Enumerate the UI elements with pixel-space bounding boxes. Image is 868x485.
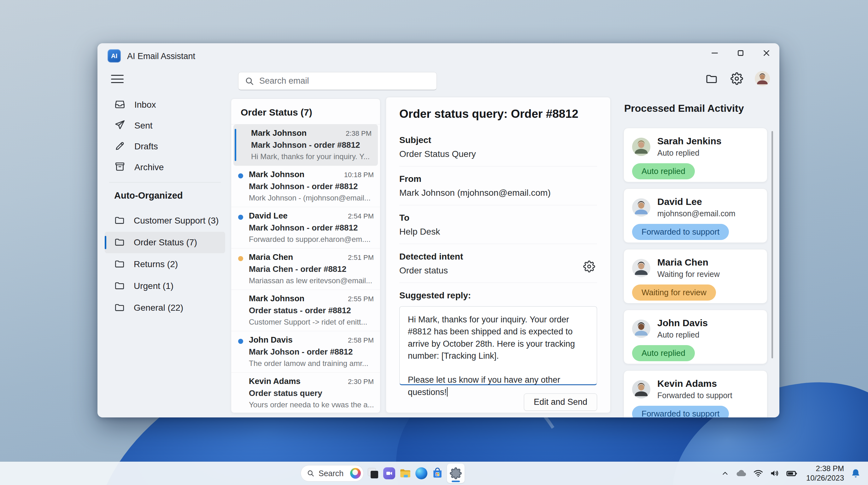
- gear-icon[interactable]: [730, 72, 744, 86]
- chevron-up-icon[interactable]: [721, 469, 729, 478]
- field-detected-intent: Detected intent Order status: [399, 252, 597, 276]
- email-subject: Mark Johson - order #8812: [249, 347, 374, 357]
- pencil-icon: [114, 140, 126, 153]
- taskbar-search-label: Search: [318, 469, 346, 478]
- email-list-item[interactable]: Maria Chen2:51 PM Maria Chen - order #88…: [231, 249, 380, 290]
- email-list-item[interactable]: Mark Johnson2:55 PM Order status - order…: [231, 290, 380, 331]
- email-subject: Mark Johnson - order #8812: [249, 223, 374, 233]
- field-subject: Subject Order Status Query: [399, 135, 597, 159]
- activity-name: David Lee: [657, 196, 736, 207]
- sidebar-folder[interactable]: Customer Support (3): [105, 210, 225, 231]
- activity-card[interactable]: David Lee mjohnson@email.com Forwarded t…: [624, 189, 767, 243]
- activity-heading: Processed Email Activity: [624, 103, 777, 114]
- app-logo-icon: AI: [107, 49, 121, 62]
- email-sender: John Davis: [249, 335, 293, 345]
- folder-label: Urgent (1): [134, 281, 174, 291]
- wifi-icon[interactable]: [753, 468, 763, 478]
- sidebar-item-archive[interactable]: Archive: [105, 157, 225, 178]
- folder-icon: [114, 236, 125, 249]
- email-detail-panel: Order status query: Order #8812 Subject …: [386, 97, 611, 413]
- sidebar-item-drafts[interactable]: Drafts: [105, 136, 225, 157]
- search-icon: [307, 469, 315, 478]
- activity-card[interactable]: Sarah Jenkins Auto replied Auto replied: [624, 128, 767, 182]
- minimize-icon[interactable]: [710, 48, 719, 58]
- titlebar: AI AI Email Assistant: [97, 43, 779, 68]
- sidebar-folder[interactable]: Urgent (1): [105, 275, 225, 297]
- unread-dot: [238, 256, 243, 261]
- battery-icon[interactable]: [786, 468, 797, 479]
- email-sender: Maria Chen: [249, 252, 293, 262]
- clock[interactable]: 2:38 PM 10/26/2023: [806, 464, 844, 483]
- search-input[interactable]: [238, 72, 437, 90]
- copilot-icon[interactable]: [350, 468, 361, 479]
- task-view-icon[interactable]: [367, 467, 380, 480]
- maximize-icon[interactable]: [736, 48, 745, 58]
- activity-card[interactable]: John Davis Auto replied Auto replied: [624, 310, 767, 364]
- email-preview: Yours order needa to ke vwas the a...: [249, 400, 374, 409]
- edge-icon[interactable]: [415, 467, 428, 480]
- suggested-reply-textarea[interactable]: Hi Mark, thanks for your inquiry. Your o…: [399, 306, 597, 385]
- email-list-heading: Order Status (7): [231, 99, 380, 124]
- reply-paragraph: Hi Mark, thanks for your inquiry. Your o…: [408, 315, 575, 361]
- email-time: 2:38 PM: [346, 130, 372, 138]
- taskbar: Search: [0, 462, 868, 485]
- scrollbar[interactable]: [772, 131, 773, 359]
- email-time: 2:58 PM: [348, 336, 374, 344]
- unread-dot: [238, 173, 243, 178]
- sidebar-item-label: Sent: [134, 121, 153, 131]
- sidebar-item-inbox[interactable]: Inbox: [105, 94, 225, 115]
- field-label: From: [399, 174, 597, 184]
- sidebar-folder[interactable]: Returns (2): [105, 254, 225, 275]
- field-label: To: [399, 213, 597, 223]
- text-cursor: [447, 387, 447, 397]
- window-title: AI Email Assistant: [127, 52, 195, 61]
- sidebar-item-sent[interactable]: Sent: [105, 115, 225, 136]
- store-icon[interactable]: [431, 467, 444, 480]
- email-list-item[interactable]: Mark Johnson2:38 PM Mark Johnson - order…: [234, 124, 378, 166]
- email-sender: David Lee: [249, 211, 288, 221]
- sidebar-item-label: Drafts: [134, 141, 158, 151]
- tray-date: 10/26/2023: [806, 473, 844, 483]
- activity-card[interactable]: Kevin Adams Forwarded to support Forward…: [624, 370, 767, 418]
- email-list-item[interactable]: Mark Johnson10:18 PM Mark Johnson - orde…: [231, 166, 380, 207]
- email-list-item[interactable]: David Lee2:54 PM Mark Johnson - order #8…: [231, 207, 380, 249]
- archive-icon: [114, 161, 126, 174]
- folder-icon[interactable]: [704, 72, 719, 86]
- email-time: 2:51 PM: [348, 254, 374, 262]
- cloud-icon[interactable]: [736, 468, 747, 479]
- activity-card[interactable]: Maria Chen Waiting for review Waiting fo…: [624, 249, 767, 304]
- email-subject: Maria Chen - order #8812: [249, 264, 374, 274]
- divider: [399, 283, 597, 283]
- start-icon[interactable]: [284, 467, 298, 480]
- edit-and-send-button[interactable]: Edit and Send: [524, 394, 597, 411]
- notification-bell-icon[interactable]: [850, 468, 861, 479]
- email-time: 2:54 PM: [348, 212, 374, 220]
- chat-icon[interactable]: [382, 467, 396, 480]
- email-preview: Mork Johnson - (mjohnson@email...: [249, 194, 374, 202]
- gear-icon[interactable]: [583, 260, 595, 274]
- folder-icon: [114, 280, 125, 292]
- user-avatar[interactable]: [755, 71, 770, 86]
- email-preview: The order lamow and training amr...: [249, 359, 374, 368]
- hamburger-menu-icon[interactable]: [111, 74, 124, 84]
- volume-icon[interactable]: [770, 468, 780, 478]
- email-time: 2:30 PM: [348, 378, 374, 386]
- avatar: [632, 198, 650, 217]
- email-list-item[interactable]: Kevin Adams2:30 PM Order status query Yo…: [231, 373, 380, 413]
- taskbar-search[interactable]: Search: [301, 465, 364, 482]
- sidebar-folder[interactable]: General (22): [105, 297, 225, 319]
- folder-icon: [114, 302, 125, 314]
- close-icon[interactable]: [762, 48, 771, 58]
- sidebar-folder[interactable]: Order Status (7): [105, 232, 225, 253]
- status-badge: Forwarded to support: [632, 406, 729, 418]
- sidebar-item-label: Inbox: [134, 100, 156, 110]
- divider: [399, 244, 597, 244]
- field-value: Mark Johnson (mjohnson@email.com): [399, 188, 597, 198]
- inbox-icon: [114, 98, 126, 111]
- avatar: [632, 380, 650, 398]
- settings-icon[interactable]: [447, 463, 465, 483]
- email-list-item[interactable]: John Davis2:58 PM Mark Johson - order #8…: [231, 331, 380, 373]
- email-time: 2:55 PM: [348, 295, 374, 303]
- file-explorer-icon[interactable]: [399, 467, 412, 480]
- auto-organized-heading: Auto-Organized: [114, 191, 183, 201]
